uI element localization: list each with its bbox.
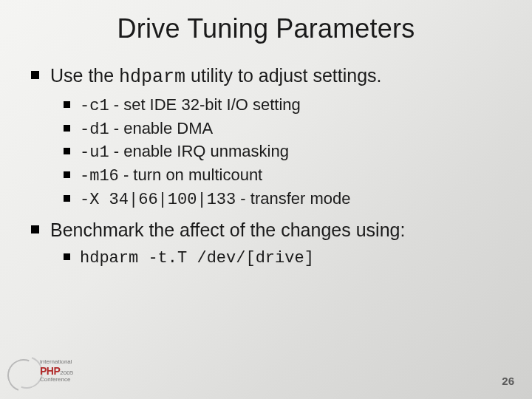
bullet-code: hdparm bbox=[119, 66, 185, 88]
bullet-item: Use the hdparm utility to adjust setting… bbox=[31, 64, 505, 211]
logo-line1: international bbox=[40, 358, 72, 365]
sub-bullet-item: -d1 - enable DMA bbox=[64, 117, 505, 141]
sub-code: -d1 bbox=[80, 120, 109, 139]
page-number: 26 bbox=[502, 375, 514, 387]
slide-title: Drive Tuning Parameters bbox=[27, 13, 505, 44]
conference-logo: international PHP2005 Conference bbox=[7, 355, 103, 392]
sub-code: -m16 bbox=[80, 167, 119, 185]
sub-bullet-item: -u1 - enable IRQ unmasking bbox=[64, 140, 505, 164]
sub-text: - enable DMA bbox=[109, 119, 214, 137]
bullet-text-prefix: Use the bbox=[50, 65, 119, 86]
logo-year: 2005 bbox=[60, 369, 73, 376]
logo-text: international PHP2005 Conference bbox=[40, 359, 73, 383]
bullet-text-suffix: utility to adjust settings. bbox=[185, 65, 381, 86]
sub-text: - turn on multicount bbox=[119, 166, 262, 184]
sub-bullet-list: hdparm -t.T /dev/[drive] bbox=[64, 246, 505, 270]
bullet-text-prefix: Benchmark the affect of the changes usin… bbox=[50, 219, 405, 240]
bullet-item: Benchmark the affect of the changes usin… bbox=[31, 218, 505, 270]
sub-text: - set IDE 32-bit I/O setting bbox=[109, 95, 301, 114]
sub-bullet-list: -c1 - set IDE 32-bit I/O setting -d1 - e… bbox=[64, 94, 505, 211]
sub-code: -c1 bbox=[80, 97, 109, 115]
bullet-list: Use the hdparm utility to adjust setting… bbox=[31, 64, 505, 270]
sub-bullet-item: -c1 - set IDE 32-bit I/O setting bbox=[64, 94, 505, 117]
sub-code: -u1 bbox=[80, 143, 109, 162]
sub-code: -X 34|66|100|133 bbox=[80, 191, 236, 209]
logo-brand: PHP bbox=[40, 365, 60, 377]
sub-text: - enable IRQ unmasking bbox=[109, 142, 289, 160]
sub-text: - transfer mode bbox=[236, 189, 350, 208]
sub-bullet-item: hdparm -t.T /dev/[drive] bbox=[64, 246, 505, 270]
slide: Drive Tuning Parameters Use the hdparm u… bbox=[0, 0, 532, 399]
logo-line3: Conference bbox=[40, 376, 70, 383]
sub-bullet-item: -m16 - turn on multicount bbox=[64, 164, 505, 188]
sub-bullet-item: -X 34|66|100|133 - transfer mode bbox=[64, 188, 505, 211]
sub-code: hdparm -t.T /dev/[drive] bbox=[80, 249, 314, 267]
